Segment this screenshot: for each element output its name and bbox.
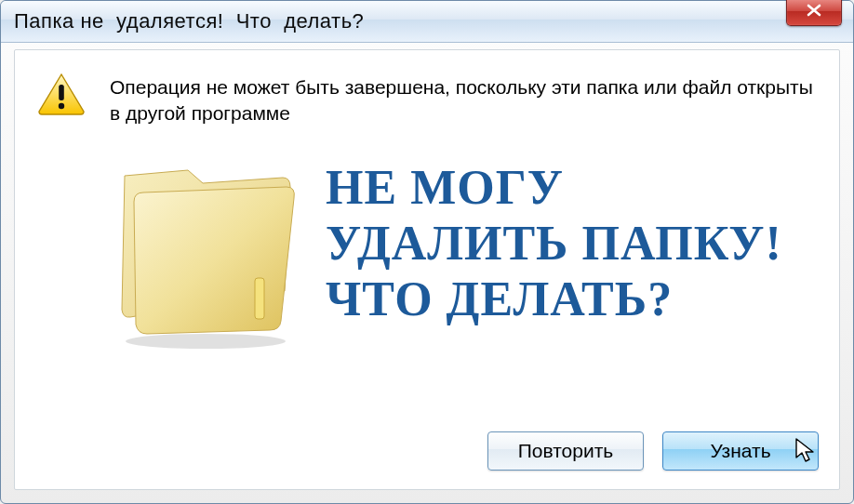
dialog-client-area: Операция не может быть завершена, поскол… <box>14 49 840 490</box>
overlay-headline: НЕ МОГУ УДАЛИТЬ ПАПКУ! ЧТО ДЕЛАТЬ? <box>326 160 782 326</box>
learn-button-label: Узнать <box>710 440 770 462</box>
content-row: НЕ МОГУ УДАЛИТЬ ПАПКУ! ЧТО ДЕЛАТЬ? <box>15 127 839 351</box>
retry-button-label: Повторить <box>518 440 614 462</box>
window-title: Папка не удаляется! Что делать? <box>14 9 364 33</box>
svg-point-3 <box>126 334 286 349</box>
learn-button[interactable]: Узнать <box>662 431 819 471</box>
dialog-window: Папка не удаляется! Что делать? <box>0 0 854 504</box>
close-icon <box>806 4 822 20</box>
folder-icon <box>99 137 313 351</box>
retry-button[interactable]: Повторить <box>487 431 644 471</box>
titlebar: Папка не удаляется! Что делать? <box>1 1 853 43</box>
svg-rect-0 <box>59 85 64 100</box>
close-button[interactable] <box>786 0 842 26</box>
dialog-message: Операция не может быть завершена, поскол… <box>110 74 817 127</box>
warning-icon <box>37 73 86 115</box>
svg-rect-2 <box>255 278 264 319</box>
svg-point-1 <box>59 103 64 109</box>
message-row: Операция не может быть завершена, поскол… <box>15 50 839 127</box>
button-bar: Повторить Узнать <box>487 431 819 471</box>
